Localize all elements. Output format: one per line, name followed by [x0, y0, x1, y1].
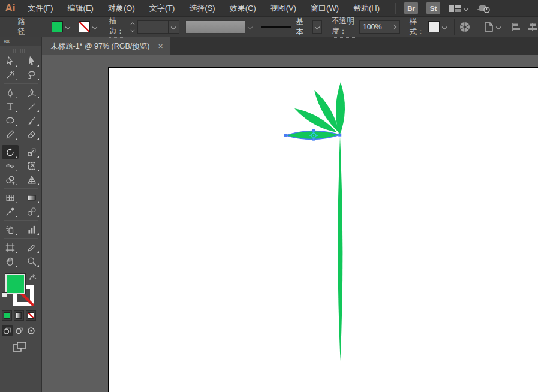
- bamboo-artwork[interactable]: [42, 55, 538, 392]
- stepper-up-icon[interactable]: [131, 22, 134, 25]
- direct-selection-tool[interactable]: [23, 54, 40, 68]
- rotate-tool[interactable]: [2, 145, 19, 159]
- line-segment-icon: [26, 101, 37, 112]
- brush-stroke-preview: [261, 26, 291, 28]
- stem[interactable]: [338, 137, 342, 361]
- column-graph-tool[interactable]: [23, 222, 40, 236]
- menu-item[interactable]: 选择(S): [182, 0, 222, 16]
- mesh-tool[interactable]: [2, 191, 19, 204]
- artboard-tool[interactable]: [2, 240, 19, 254]
- zoom-tool[interactable]: [23, 254, 40, 268]
- style-control[interactable]: [426, 20, 449, 34]
- eraser-tool[interactable]: [23, 127, 40, 141]
- blend-tool[interactable]: [23, 204, 40, 218]
- free-transform-tool[interactable]: [23, 159, 40, 173]
- stroke-weight-label[interactable]: 描边：: [109, 16, 124, 38]
- stroke-weight-stepper[interactable]: [130, 21, 135, 32]
- anchor-point[interactable]: [284, 134, 287, 137]
- chevron-right-icon: [392, 25, 396, 29]
- perspective-grid-tool[interactable]: [23, 173, 40, 186]
- stock-button[interactable]: St: [426, 2, 440, 14]
- magic-wand-tool[interactable]: [2, 68, 19, 82]
- options-bar-grip[interactable]: [2, 20, 5, 34]
- ellipse-icon: [5, 115, 16, 126]
- stepper-down-icon[interactable]: [131, 28, 134, 32]
- draw-normal-button[interactable]: [2, 325, 13, 336]
- eyedropper-tool[interactable]: [2, 204, 19, 218]
- menu-item[interactable]: 视图(V): [263, 0, 303, 16]
- shaper-tool[interactable]: [2, 127, 19, 141]
- ellipse-tool[interactable]: [2, 113, 19, 127]
- color-button[interactable]: [2, 310, 12, 321]
- gradient-icon: [26, 192, 37, 203]
- stroke-weight-dropdown-button[interactable]: [169, 20, 179, 34]
- paintbrush-tool[interactable]: [23, 113, 40, 127]
- brush-definition-dropdown-button[interactable]: [312, 20, 322, 34]
- none-button[interactable]: [26, 310, 36, 321]
- stroke-color-control[interactable]: [76, 20, 100, 34]
- fill-color-control[interactable]: [49, 20, 73, 34]
- menu-item[interactable]: 文字(T): [142, 0, 182, 16]
- control-options-bar: 路径 描边： 基本 不透明度： 100% 样式：: [0, 16, 538, 37]
- curvature-icon: [26, 88, 37, 98]
- type-tool[interactable]: [2, 99, 19, 113]
- width-tool[interactable]: [2, 159, 19, 173]
- menu-item[interactable]: 窗口(W): [303, 0, 346, 16]
- fill-color-swatch[interactable]: [52, 21, 63, 32]
- swap-fill-stroke-icon[interactable]: [28, 273, 37, 284]
- paint-type-buttons: [2, 310, 36, 321]
- tool-group-separator: [4, 220, 38, 221]
- menu-item[interactable]: 帮助(H): [346, 0, 387, 16]
- document-setup-button[interactable]: [483, 21, 501, 33]
- tools-panel-grip[interactable]: [13, 49, 29, 53]
- shape-builder-icon: [5, 174, 16, 185]
- opacity-label[interactable]: 不透明度：: [332, 16, 356, 38]
- scale-tool[interactable]: [23, 145, 40, 159]
- bridge-button[interactable]: Br: [404, 2, 418, 14]
- hand-tool[interactable]: [2, 254, 19, 268]
- lasso-tool[interactable]: [23, 68, 40, 82]
- document-tab[interactable]: 未标题-1* @ 97% (RGB/预览) ×: [42, 37, 170, 55]
- slice-tool[interactable]: [23, 240, 40, 254]
- curvature-tool[interactable]: [23, 86, 40, 99]
- selection-tool[interactable]: [2, 54, 19, 68]
- change-screen-mode-button[interactable]: [12, 340, 28, 356]
- column-graph-icon: [26, 224, 37, 235]
- tab-close-icon[interactable]: ×: [158, 42, 163, 50]
- recolor-artwork-button[interactable]: [459, 21, 471, 33]
- hand-icon: [5, 256, 16, 267]
- tools-panel-collapse[interactable]: ««: [0, 37, 41, 46]
- variable-width-profile-control: [179, 20, 253, 34]
- gradient-button[interactable]: [14, 310, 24, 321]
- draw-behind-button[interactable]: [14, 325, 25, 336]
- align-horizontal-left-button[interactable]: [510, 22, 521, 32]
- opacity-control[interactable]: 100%: [359, 20, 400, 34]
- default-fill-stroke-icon[interactable]: [2, 292, 10, 300]
- fill-swatch[interactable]: [5, 274, 25, 294]
- chevron-down-icon: [496, 25, 501, 29]
- stroke-none-swatch[interactable]: [79, 21, 90, 32]
- anchor-point[interactable]: [338, 134, 341, 137]
- shape-builder-tool[interactable]: [2, 173, 19, 186]
- stroke-weight-dropdown[interactable]: [137, 20, 179, 34]
- brush-definition-control[interactable]: 基本: [261, 17, 323, 37]
- menu-item[interactable]: 效果(C): [223, 0, 263, 16]
- style-swatch[interactable]: [428, 21, 440, 32]
- draw-inside-button[interactable]: [26, 325, 37, 336]
- gpu-performance-icon[interactable]: [477, 3, 491, 14]
- canvas-area[interactable]: [42, 55, 538, 392]
- align-horizontal-center-button[interactable]: [527, 22, 538, 32]
- chevron-down-icon: [65, 25, 70, 29]
- line-segment-tool[interactable]: [23, 99, 40, 113]
- opacity-value[interactable]: 100%: [359, 20, 389, 34]
- stroke-weight-value[interactable]: [137, 20, 169, 34]
- menu-item[interactable]: 文件(F): [20, 0, 61, 16]
- gradient-tool[interactable]: [23, 191, 40, 204]
- menu-item[interactable]: 对象(O): [101, 0, 142, 16]
- symbol-sprayer-tool[interactable]: [2, 222, 19, 236]
- workspace-switcher[interactable]: [449, 4, 468, 13]
- pen-tool[interactable]: [2, 86, 19, 99]
- illustrator-logo: Ai: [0, 2, 20, 14]
- opacity-dropdown-button[interactable]: [389, 20, 400, 34]
- menu-item[interactable]: 编辑(E): [61, 0, 101, 16]
